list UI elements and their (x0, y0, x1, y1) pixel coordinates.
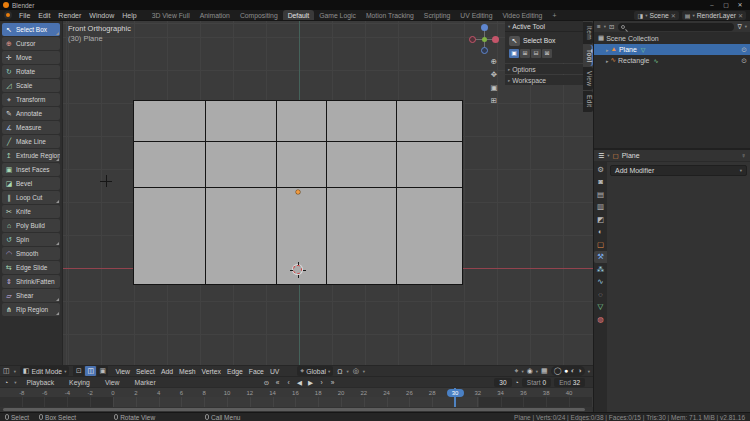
menu-playback[interactable]: Playback (23, 379, 59, 386)
menu-mesh[interactable]: Mesh (179, 368, 196, 375)
tab-scripting[interactable]: Scripting (419, 10, 455, 20)
sidebar-tab-item[interactable]: Item (583, 22, 593, 44)
tool-extrude-region[interactable]: ↥Extrude Region (2, 149, 60, 162)
mode-selector[interactable]: ◧ Edit Mode ▾ (20, 366, 70, 376)
frame-end-field[interactable]: End 32 (554, 378, 585, 387)
select-op-button[interactable]: ⊟ (531, 49, 541, 58)
mesh-edge[interactable] (133, 187, 463, 188)
tab-[interactable]: + (547, 10, 561, 20)
properties-tab-modifiers[interactable]: ⚒ (594, 251, 607, 264)
select-op-button[interactable]: ⊠ (542, 49, 552, 58)
menu-file[interactable]: File (15, 12, 34, 19)
options-panel-header[interactable]: ▸ Options (505, 64, 583, 74)
menu-view[interactable]: View (101, 379, 124, 386)
active-tool-row[interactable]: ↖ Select Box (509, 34, 579, 47)
overlays-toggle-icon[interactable]: ◉ (527, 367, 533, 375)
blender-menu-icon[interactable] (4, 11, 12, 19)
axis-y-dot[interactable] (482, 37, 487, 42)
tool-knife[interactable]: ✂Knife (2, 205, 60, 218)
tab-game-logic[interactable]: Game Logic (314, 10, 361, 20)
tab-default[interactable]: Default (283, 10, 315, 20)
frame-start-field[interactable]: Start 0 (522, 378, 551, 387)
active-tool-panel-header[interactable]: ▾ Active Tool (505, 21, 583, 32)
tool-edge-slide[interactable]: ⇆Edge Slide (2, 261, 60, 274)
orientation-selector[interactable]: ⌖ Global ▾ (297, 366, 333, 376)
play-button[interactable]: ▶ (306, 379, 315, 387)
tool-scale[interactable]: ◿Scale (2, 79, 60, 92)
rendered-shading-button[interactable]: ◑ (578, 366, 582, 376)
display-mode-icon[interactable]: ≡ (597, 23, 601, 30)
editor-type-icon[interactable]: ☰ (598, 152, 604, 160)
menu-face[interactable]: Face (249, 368, 264, 375)
menu-window[interactable]: Window (85, 12, 118, 19)
proportional-edit-icon[interactable]: ◎ (353, 367, 359, 375)
outliner-row-scene-collection[interactable]: ▦Scene Collection (594, 33, 750, 44)
sidebar-tab-tool[interactable]: Tool (583, 45, 593, 66)
menu-vertex[interactable]: Vertex (202, 368, 221, 375)
tab-3d-view-full[interactable]: 3D View Full (147, 10, 195, 20)
outliner-row-plane[interactable]: ▸▲Plane▽⊙ (594, 44, 750, 55)
axis-x-positive-dot[interactable] (492, 36, 499, 43)
tool-bevel[interactable]: ◪Bevel (2, 177, 60, 190)
properties-tab-scene[interactable]: ◩ (594, 213, 607, 226)
mesh-edge[interactable] (396, 100, 397, 285)
play-reverse-button[interactable]: ◀ (295, 379, 304, 387)
properties-tab-physics[interactable]: ∿ (594, 276, 607, 289)
minimize-button[interactable]: – (705, 0, 719, 10)
pin-icon[interactable]: ♀ (741, 152, 746, 159)
tool-select-box[interactable]: ↖Select Box (2, 23, 60, 36)
outliner-row-rectangle[interactable]: ▸∿Rectangle∿⊙ (594, 55, 750, 66)
filter-icon[interactable]: ∇ (737, 23, 741, 31)
add-modifier-button[interactable]: Add Modifier ▾ (610, 165, 747, 176)
tool-shear[interactable]: ▱Shear (2, 289, 60, 302)
render-layer-selector[interactable]: ▤ ▾ RenderLayer ✕ (682, 11, 746, 20)
preview-range-icon[interactable]: ◔ (515, 379, 519, 386)
properties-tab-world[interactable]: ◐ (594, 226, 607, 239)
properties-tab-view-layer[interactable]: ▥ (594, 201, 607, 214)
auto-keying-button[interactable]: ⊙ (262, 379, 271, 387)
expand-arrow-icon[interactable]: ▸ (606, 47, 609, 53)
mesh-edge[interactable] (133, 141, 463, 142)
tool-smooth[interactable]: ◠Smooth (2, 247, 60, 260)
tab-compositing[interactable]: Compositing (235, 10, 283, 20)
wireframe-shading-button[interactable]: ◯ (554, 366, 562, 376)
outliner-search-input[interactable] (618, 23, 735, 31)
expand-arrow-icon[interactable]: ▸ (606, 58, 609, 64)
navigation-gizmo[interactable] (469, 24, 499, 54)
properties-tab-object[interactable]: ▢ (594, 238, 607, 251)
zoom-icon[interactable]: ⊕ (488, 57, 500, 67)
select-op-button[interactable]: ▣ (509, 49, 519, 58)
next-keyframe-button[interactable]: › (317, 379, 326, 386)
editor-type-icon[interactable]: ◔ (4, 379, 8, 386)
frame-ruler[interactable]: -8-6-4-202468101214161820222426283032343… (0, 388, 593, 397)
timeline-scrollbar[interactable] (3, 408, 585, 411)
hide-eye-icon[interactable]: ⊙ (741, 46, 747, 54)
scene-delete-icon[interactable]: ✕ (671, 12, 676, 19)
pan-hand-icon[interactable]: ✥ (488, 70, 500, 80)
jump-to-start-button[interactable]: « (273, 379, 282, 386)
select-op-button[interactable]: ⊞ (520, 49, 530, 58)
tool-loop-cut[interactable]: ∥Loop Cut (2, 191, 60, 204)
edge-select-mode-button[interactable]: ◫ (85, 366, 96, 376)
tab-motion-tracking[interactable]: Motion Tracking (361, 10, 419, 20)
tab-animation[interactable]: Animation (195, 10, 235, 20)
solid-shading-button[interactable]: ● (564, 366, 568, 376)
maximize-button[interactable]: ▢ (719, 0, 733, 10)
axis-z-negative-dot[interactable] (481, 47, 488, 54)
snap-magnet-icon[interactable]: Ω (337, 368, 342, 375)
tool-annotate[interactable]: ✎Annotate (2, 107, 60, 120)
tool-measure[interactable]: ∡Measure (2, 121, 60, 134)
properties-tab-output[interactable]: ▤ (594, 188, 607, 201)
tab-uv-editing[interactable]: UV Editing (455, 10, 497, 20)
menu-select[interactable]: Select (136, 368, 155, 375)
sidebar-tab-view[interactable]: View (583, 67, 593, 90)
menu-uv[interactable]: UV (270, 368, 279, 375)
properties-tab-constraints[interactable]: ◌ (594, 288, 607, 301)
prev-keyframe-button[interactable]: ‹ (284, 379, 293, 386)
menu-add[interactable]: Add (161, 368, 173, 375)
menu-render[interactable]: Render (54, 12, 85, 19)
vertex-select-mode-button[interactable]: ⊡ (73, 366, 84, 376)
hide-eye-icon[interactable]: ⊙ (741, 57, 747, 65)
jump-to-end-button[interactable]: » (328, 379, 337, 386)
tool-spin[interactable]: ↺Spin (2, 233, 60, 246)
